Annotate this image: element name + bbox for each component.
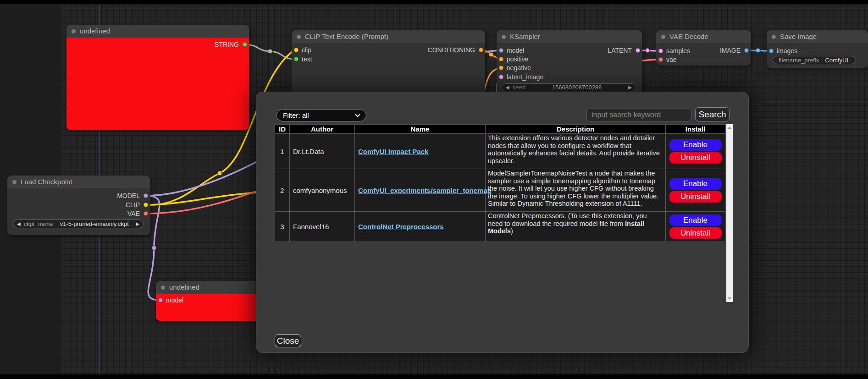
node-save-image[interactable]: Save Image images filename_prefix ComfyU… xyxy=(767,30,868,68)
input-slot-positive: positive xyxy=(497,55,556,63)
node-title-bar: VAE Decode xyxy=(656,30,751,43)
decrement-arrow-icon[interactable]: ◀ xyxy=(506,85,509,90)
node-title-bar: CLIP Text Encode (Prompt) xyxy=(292,30,485,43)
cell-author: comfyanonymous xyxy=(290,169,355,212)
node-title-bar: Load Checkpoint xyxy=(7,176,150,188)
seed-widget[interactable]: ◀ seed 156680208700286 ▶ xyxy=(502,83,636,91)
search-button[interactable]: Search xyxy=(695,107,730,121)
node-title: undefined xyxy=(80,27,110,35)
table-row: 1 Dr.Lt.Data ComfyUI Impact Pack This ex… xyxy=(275,134,725,169)
cell-author: Dr.Lt.Data xyxy=(290,134,355,169)
collapse-dot-icon[interactable] xyxy=(12,180,17,184)
increment-arrow-icon[interactable]: ▶ xyxy=(628,85,632,90)
input-dot-clip[interactable] xyxy=(294,48,299,52)
node-undefined-top[interactable]: undefined STRING xyxy=(66,25,249,130)
output-slot-model: MODEL xyxy=(100,192,150,200)
collapse-dot-icon[interactable] xyxy=(502,35,506,39)
widget-value: 156680208700286 xyxy=(525,84,628,91)
header-author: Author xyxy=(290,125,355,134)
cell-author: Fannovel16 xyxy=(290,212,355,242)
header-id: ID xyxy=(275,125,290,134)
cell-description: ModelSamplerTonemapNoiseTest a node that… xyxy=(486,169,666,212)
widget-value: v1-5-pruned-emaonly.ckpt xyxy=(53,220,136,227)
input-dot-model[interactable] xyxy=(499,48,503,53)
cell-install: Enable Uninstall xyxy=(666,212,725,242)
input-dot-model[interactable] xyxy=(158,298,163,302)
input-dot-latent-image[interactable] xyxy=(499,75,503,79)
node-title: KSampler xyxy=(510,33,540,40)
input-dot-positive[interactable] xyxy=(499,57,503,61)
node-title-bar: KSampler xyxy=(497,30,642,43)
next-arrow-icon[interactable]: ▶ xyxy=(136,221,139,226)
collapse-dot-icon[interactable] xyxy=(72,29,76,33)
extension-link[interactable]: ControlNet Preprocessors xyxy=(358,223,444,231)
output-dot-clip[interactable] xyxy=(144,203,148,207)
extension-table: ID Author Name Description Install 1 Dr.… xyxy=(275,124,725,242)
header-name: Name xyxy=(355,125,486,134)
search-input[interactable] xyxy=(586,109,691,121)
scroll-up-arrow-icon[interactable] xyxy=(728,126,731,129)
enable-button[interactable]: Enable xyxy=(669,178,722,190)
enable-button[interactable]: Enable xyxy=(669,139,722,151)
widget-name: seed xyxy=(513,84,525,91)
ckpt-name-widget[interactable]: ◀ ckpt_name v1-5-pruned-emaonly.ckpt ▶ xyxy=(13,220,144,228)
cell-install: Enable Uninstall xyxy=(666,169,725,212)
collapse-dot-icon[interactable] xyxy=(661,35,665,39)
input-slot-negative: negative xyxy=(497,64,556,72)
input-slot-latent-image: latent_image xyxy=(497,73,556,81)
widget-value: ComfyUI xyxy=(819,57,848,64)
previous-arrow-icon[interactable]: ◀ xyxy=(17,221,21,226)
bottom-black-bar xyxy=(0,374,868,379)
node-body xyxy=(66,38,249,130)
node-title: Load Checkpoint xyxy=(21,178,72,186)
output-dot-string[interactable] xyxy=(243,42,247,47)
header-install: Install xyxy=(666,125,725,134)
cell-name: ComfyUI_experiments/sampler_tonemap xyxy=(355,169,486,212)
filename-prefix-widget[interactable]: filename_prefix ComfyUI xyxy=(773,56,856,64)
cell-name: ControlNet Preprocessors xyxy=(355,212,486,242)
input-dot-images[interactable] xyxy=(769,49,774,53)
input-slot-images: images xyxy=(767,47,817,55)
close-button[interactable]: Close xyxy=(275,334,301,347)
output-slot-image: IMAGE xyxy=(709,46,751,55)
input-dot-samples[interactable] xyxy=(658,49,663,53)
output-dot-image[interactable] xyxy=(744,48,749,53)
extension-link[interactable]: ComfyUI Impact Pack xyxy=(358,148,428,155)
output-slot-clip: CLIP xyxy=(100,201,150,209)
node-vae-decode[interactable]: VAE Decode samples vae IMAGE xyxy=(656,30,751,66)
cell-description: ControlNet Preprocessors. (To use this e… xyxy=(486,212,666,242)
uninstall-button[interactable]: Uninstall xyxy=(669,152,722,164)
output-slot-conditioning: CONDITIONING xyxy=(407,46,485,54)
node-load-checkpoint[interactable]: Load Checkpoint MODEL CLIP VAE ◀ ckpt_na… xyxy=(7,176,150,235)
input-slot-model: model xyxy=(156,296,211,304)
filter-select[interactable]: Filter: all xyxy=(276,109,366,121)
node-title: VAE Decode xyxy=(669,33,708,40)
output-dot-model[interactable] xyxy=(144,193,148,198)
input-slot-clip: clip xyxy=(292,46,347,54)
table-scrollbar[interactable] xyxy=(726,124,733,302)
input-dot-text[interactable] xyxy=(294,57,299,61)
collapse-dot-icon[interactable] xyxy=(772,35,776,39)
output-dot-vae[interactable] xyxy=(144,211,148,216)
node-clip-text-encode[interactable]: CLIP Text Encode (Prompt) clip text COND… xyxy=(292,30,485,96)
uninstall-button[interactable]: Uninstall xyxy=(669,227,722,239)
input-dot-vae[interactable] xyxy=(658,57,663,62)
scroll-down-arrow-icon[interactable] xyxy=(728,297,731,300)
node-title-bar: Save Image xyxy=(767,30,868,43)
output-dot-conditioning[interactable] xyxy=(479,48,483,52)
input-dot-negative[interactable] xyxy=(499,66,503,70)
extension-link[interactable]: ComfyUI_experiments/sampler_tonemap xyxy=(358,187,492,194)
input-slot-model: model xyxy=(497,46,556,55)
enable-button[interactable]: Enable xyxy=(669,214,722,226)
node-ksampler[interactable]: KSampler model positive negative latent_… xyxy=(497,30,642,97)
collapse-dot-icon[interactable] xyxy=(297,35,301,39)
output-dot-latent[interactable] xyxy=(636,48,640,53)
uninstall-button[interactable]: Uninstall xyxy=(669,191,722,203)
output-slot-vae: VAE xyxy=(100,209,150,218)
cell-id: 2 xyxy=(275,169,290,212)
header-description: Description xyxy=(486,125,666,134)
collapse-dot-icon[interactable] xyxy=(161,286,165,290)
comfyui-app: undefined STRING CLIP Text Encode (Promp… xyxy=(0,0,868,379)
node-title: undefined xyxy=(169,283,199,291)
cell-description: This extension offers various detector n… xyxy=(486,134,666,169)
